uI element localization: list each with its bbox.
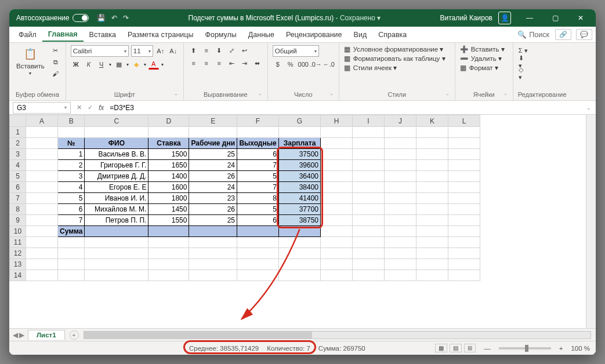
column-header[interactable]: E xyxy=(189,115,237,127)
align-left-icon[interactable]: ≡ xyxy=(189,58,199,68)
cell[interactable] xyxy=(26,248,58,259)
comments-button[interactable]: 💬 xyxy=(576,29,592,40)
cell[interactable]: 7 xyxy=(58,215,85,226)
cell[interactable]: Рабочие дни xyxy=(189,138,237,149)
cell[interactable] xyxy=(353,193,385,204)
cell[interactable]: Егоров Е. Е xyxy=(85,182,148,193)
cell[interactable] xyxy=(85,237,148,248)
paste-button[interactable]: 📋 Вставить ▾ xyxy=(14,45,47,77)
cell[interactable] xyxy=(385,171,416,182)
enter-formula-icon[interactable]: ✓ xyxy=(88,104,93,111)
align-middle-icon[interactable]: ≡ xyxy=(201,45,212,56)
tab-home[interactable]: Главная xyxy=(42,28,84,42)
column-header[interactable]: A xyxy=(26,115,58,127)
cell[interactable] xyxy=(385,127,416,138)
cell[interactable] xyxy=(321,237,353,248)
align-center-icon[interactable]: ≡ xyxy=(201,58,212,68)
cell[interactable]: 8 xyxy=(237,193,279,204)
fx-icon[interactable]: fx xyxy=(95,104,107,112)
cell[interactable] xyxy=(416,259,448,270)
cell[interactable] xyxy=(353,270,385,281)
format-as-table-button[interactable]: ▦Форматировать как таблицу ▾ xyxy=(344,54,445,63)
view-page-break-icon[interactable]: ⊞ xyxy=(464,344,476,352)
row-header[interactable]: 10 xyxy=(10,226,26,237)
column-header[interactable]: B xyxy=(58,115,85,127)
cell[interactable] xyxy=(237,127,279,138)
cell[interactable] xyxy=(385,215,416,226)
tab-review[interactable]: Рецензирование xyxy=(280,28,348,41)
cell[interactable]: 6 xyxy=(58,204,85,215)
cell[interactable] xyxy=(148,237,189,248)
cell[interactable]: 3 xyxy=(58,171,85,182)
column-header[interactable]: C xyxy=(85,115,148,127)
cell[interactable] xyxy=(189,127,237,138)
cell[interactable] xyxy=(416,270,448,281)
cell[interactable]: 39600 xyxy=(279,160,321,171)
share-button[interactable]: 🔗 xyxy=(555,29,571,40)
cell[interactable] xyxy=(321,127,353,138)
font-name-combo[interactable]: Calibri▾ xyxy=(71,45,129,57)
cell[interactable] xyxy=(279,259,321,270)
cell[interactable] xyxy=(448,138,480,149)
cell[interactable] xyxy=(448,193,480,204)
row-header[interactable]: 14 xyxy=(10,270,26,281)
cell[interactable] xyxy=(189,270,237,281)
cell[interactable]: 25 xyxy=(189,215,237,226)
cell[interactable] xyxy=(321,204,353,215)
minimize-button[interactable]: — xyxy=(517,9,542,27)
cut-icon[interactable]: ✂ xyxy=(50,45,61,56)
cell[interactable]: № xyxy=(58,138,85,149)
cell[interactable] xyxy=(85,226,148,237)
tab-view[interactable]: Вид xyxy=(348,28,373,41)
cell[interactable] xyxy=(26,270,58,281)
user-avatar-icon[interactable]: 👤 xyxy=(498,12,511,24)
cell[interactable]: 1400 xyxy=(148,171,189,182)
column-header[interactable]: D xyxy=(148,115,189,127)
row-header[interactable]: 8 xyxy=(10,204,26,215)
insert-cells-button[interactable]: ➕Вставить ▾ xyxy=(460,45,505,53)
close-button[interactable]: ✕ xyxy=(568,9,593,27)
cell[interactable] xyxy=(237,270,279,281)
cell[interactable] xyxy=(148,226,189,237)
row-header[interactable]: 9 xyxy=(10,215,26,226)
cell[interactable] xyxy=(237,226,279,237)
zoom-slider[interactable] xyxy=(499,347,551,350)
column-header[interactable]: L xyxy=(448,115,480,127)
cell[interactable] xyxy=(448,259,480,270)
cell[interactable] xyxy=(416,248,448,259)
tab-data[interactable]: Данные xyxy=(242,28,280,41)
decrease-indent-icon[interactable]: ⇤ xyxy=(227,58,237,68)
cell[interactable] xyxy=(448,127,480,138)
cell[interactable] xyxy=(353,226,385,237)
cell[interactable]: 4 xyxy=(58,182,85,193)
cell[interactable] xyxy=(26,215,58,226)
cell[interactable] xyxy=(189,226,237,237)
formula-bar[interactable]: =D3*E3 xyxy=(107,104,582,112)
decrease-decimal-icon[interactable]: ←.0 xyxy=(324,59,334,70)
cell[interactable] xyxy=(385,248,416,259)
cell[interactable]: 24 xyxy=(189,182,237,193)
sheet-tab[interactable]: Лист1 xyxy=(28,330,65,340)
font-size-combo[interactable]: 11▾ xyxy=(131,45,153,57)
clear-icon[interactable]: ◇ ▾ xyxy=(518,68,528,79)
cell[interactable]: 1 xyxy=(58,149,85,160)
cell[interactable] xyxy=(321,193,353,204)
zoom-in-button[interactable]: + xyxy=(559,345,563,352)
cell[interactable]: 1800 xyxy=(148,193,189,204)
cell[interactable] xyxy=(26,204,58,215)
cell[interactable]: 7 xyxy=(237,160,279,171)
cell[interactable] xyxy=(416,204,448,215)
delete-cells-button[interactable]: ➖Удалить ▾ xyxy=(460,54,505,63)
cell[interactable] xyxy=(148,259,189,270)
cell[interactable] xyxy=(353,171,385,182)
cell[interactable] xyxy=(448,237,480,248)
cell[interactable]: Выходные xyxy=(237,138,279,149)
cell[interactable] xyxy=(385,149,416,160)
cell[interactable] xyxy=(321,270,353,281)
cell[interactable]: 2 xyxy=(58,160,85,171)
cell[interactable] xyxy=(189,259,237,270)
decrease-font-icon[interactable]: A↓ xyxy=(168,46,179,56)
cell[interactable] xyxy=(353,237,385,248)
cell[interactable]: 6 xyxy=(237,149,279,160)
font-color-icon[interactable]: A xyxy=(148,59,159,70)
